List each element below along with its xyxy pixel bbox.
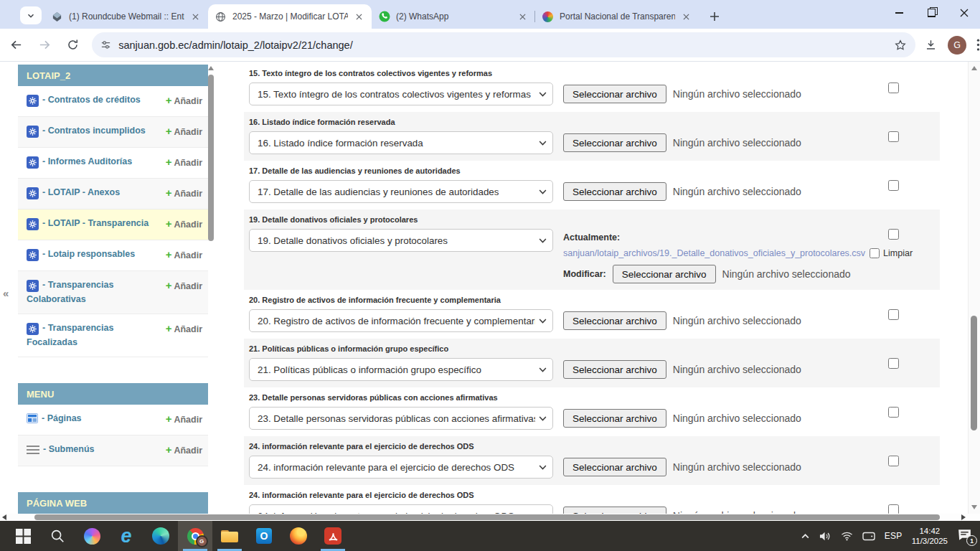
page-vertical-scrollbar[interactable] [968,62,980,514]
sidebar-item-label[interactable]: - Informes Auditorías [42,156,132,166]
current-file-link[interactable]: sanjuan/lotaip_archivos/19._Detalle_dona… [563,248,865,258]
add-link[interactable]: +Añadir [166,187,202,200]
sidebar-item[interactable]: +Añadir- Transparencias Focalizadas [18,314,208,357]
add-link[interactable]: +Añadir [166,279,202,293]
row-checkbox[interactable] [888,131,899,142]
row-checkbox[interactable] [888,180,899,191]
select-dropdown[interactable]: 16. Listado índice formación reservada [249,131,553,154]
sidebar-item-label[interactable]: - Transparencias Focalizadas [27,323,113,347]
sidebar-item-label[interactable]: - LOTAIP - Anexos [42,187,120,197]
add-link[interactable]: +Añadir [166,443,202,457]
sidebar-item-label[interactable]: - Transparencias Colaborativas [27,280,113,304]
select-dropdown[interactable]: 24. información relevante para el ejerci… [249,456,553,479]
language-indicator[interactable]: ESP [885,531,903,541]
display-cast-button[interactable] [862,531,875,542]
minimize-button[interactable] [883,0,915,26]
taskbar-outlook-button[interactable]: O [247,521,281,551]
scroll-down-icon[interactable] [971,505,977,509]
browser-menu-button[interactable] [976,39,980,51]
row-checkbox[interactable] [888,456,899,466]
select-dropdown[interactable]: 23. Detalle personas servidoras públicas… [249,407,553,430]
taskbar-chrome-button[interactable]: G [178,521,212,551]
file-select-button[interactable]: Seleccionar archivo [613,265,716,283]
tab-close-icon[interactable] [352,10,365,23]
forward-button[interactable] [32,33,56,57]
sidebar-item[interactable]: +Añadir- Contratos de créditos [18,86,208,117]
taskbar-copilot-button[interactable] [75,521,109,551]
tab-close-icon[interactable] [679,10,692,23]
restore-button[interactable] [915,0,948,26]
taskbar-explorer-button[interactable] [212,521,247,551]
add-link[interactable]: +Añadir [166,322,202,336]
sidebar-item-label[interactable]: - LOTAIP - Transparencia [42,218,149,228]
sidebar-item[interactable]: +Añadir- Informes Auditorías [18,148,208,179]
taskbar-edge-button[interactable] [143,521,178,551]
browser-tab[interactable]: (1) Roundcube Webmail :: Entra [44,4,208,29]
bookmark-button[interactable] [894,39,907,52]
scroll-up-icon[interactable] [971,66,977,70]
sidebar-item[interactable]: +Añadir- Contratos incumplidos [18,117,208,148]
downloads-button[interactable] [924,38,938,52]
select-dropdown[interactable]: 15. Texto íntegro de los contratos colec… [249,83,553,105]
file-select-button[interactable]: Seleccionar archivo [563,182,666,201]
browser-tab[interactable]: 2025 - Marzo | Modificar LOTAI [208,4,372,29]
scroll-up-icon[interactable] [208,66,214,70]
sidebar-item[interactable]: +Añadir- Lotaip responsables [18,240,208,271]
file-select-button[interactable]: Seleccionar archivo [563,360,666,379]
tab-close-icon[interactable] [189,10,202,23]
row-checkbox[interactable] [888,229,899,240]
close-button[interactable] [948,0,980,26]
add-link[interactable]: +Añadir [166,125,202,138]
file-select-button[interactable]: Seleccionar archivo [563,458,666,476]
sidebar-item[interactable]: +Añadir- Submenús [18,435,208,466]
browser-tab[interactable]: Portal Nacional de Transparenc [535,4,699,29]
row-checkbox[interactable] [888,504,899,514]
vertical-scrollbar-thumb[interactable] [971,316,977,430]
back-button[interactable] [4,33,28,57]
row-checkbox[interactable] [888,83,899,93]
row-checkbox[interactable] [888,309,899,320]
scroll-right-icon[interactable] [961,514,966,520]
taskbar-start-button[interactable] [6,521,40,551]
select-dropdown[interactable]: 17. Detalle de las audiencias y reunione… [249,180,553,203]
action-center-button[interactable]: 1 [957,528,974,544]
sidebar-item[interactable]: +Añadir- LOTAIP - Transparencia [18,209,208,240]
sidebar-item[interactable]: +Añadir- Páginas [18,405,208,435]
volume-button[interactable] [819,531,831,542]
add-link[interactable]: +Añadir [166,248,202,262]
sidebar-item-label[interactable]: - Lotaip responsables [42,249,135,259]
sidebar-item-label[interactable]: - Páginas [42,413,82,423]
taskbar-search-button[interactable] [40,521,75,551]
sidebar-item-label[interactable]: - Submenús [43,444,95,454]
select-dropdown[interactable]: 24. información relevante para el ejerci… [249,504,553,514]
row-checkbox[interactable] [888,358,899,369]
clock[interactable]: 14:42 11/3/2025 [912,526,948,546]
new-tab-button[interactable] [707,9,722,24]
reload-button[interactable] [61,33,85,57]
clear-checkbox[interactable] [870,248,880,258]
add-link[interactable]: +Añadir [166,413,202,426]
taskbar-firefox-button[interactable] [281,521,316,551]
page-horizontal-scrollbar[interactable] [0,514,980,521]
row-checkbox[interactable] [888,407,899,418]
url-bar[interactable]: sanjuan.gob.ec/admin/lotaip_2/lotaipv2/2… [92,32,915,57]
scroll-left-icon[interactable] [2,514,6,520]
sidebar-item-label[interactable]: - Contratos incumplidos [42,126,146,136]
sidebar-item[interactable]: +Añadir- Transparencias Colaborativas [18,271,208,314]
sidebar-scrollbar[interactable] [207,65,215,309]
add-link[interactable]: +Añadir [166,94,202,108]
tab-search-button[interactable] [20,6,42,24]
file-select-button[interactable]: Seleccionar archivo [563,409,666,428]
tab-close-icon[interactable] [516,10,529,23]
add-link[interactable]: +Añadir [166,217,202,231]
file-select-button[interactable]: Seleccionar archivo [563,133,666,152]
network-button[interactable] [841,531,853,541]
browser-tab[interactable]: (2) WhatsApp [372,4,535,29]
add-link[interactable]: +Añadir [166,156,202,169]
sidebar-collapse-button[interactable]: « [3,287,9,299]
taskbar-ie-button[interactable]: e [109,521,143,551]
avatar[interactable]: G [948,36,966,55]
horizontal-scrollbar-thumb[interactable] [34,514,940,520]
file-select-button[interactable]: Seleccionar archivo [563,507,666,514]
select-dropdown[interactable]: 21. Políticas públicas o información gru… [249,358,553,381]
